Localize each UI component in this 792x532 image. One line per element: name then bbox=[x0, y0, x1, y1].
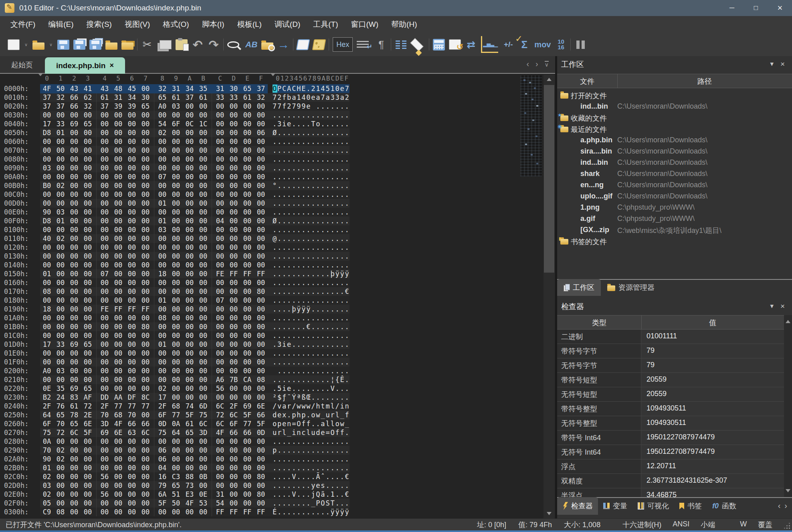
hex-byte[interactable]: 00 bbox=[183, 181, 196, 190]
workspace-file-path[interactable]: C:\Users\moran\Downloads\ bbox=[617, 158, 707, 167]
hex-byte[interactable]: 00 bbox=[196, 331, 210, 340]
hex-row[interactable]: 0200h:A0030000000000000000000000000000 .… bbox=[0, 366, 353, 375]
hex-byte[interactable]: 00 bbox=[183, 314, 196, 322]
tab-list-icon[interactable]: ∨ bbox=[545, 61, 549, 67]
hex-byte[interactable]: 00 bbox=[240, 481, 254, 490]
hex-byte[interactable]: 00 bbox=[67, 446, 81, 455]
ascii-cell[interactable]: ................ bbox=[273, 278, 350, 287]
hex-row[interactable]: 0020h:3737663237393965A00300000000000077… bbox=[0, 102, 353, 111]
hex-byte[interactable]: 00 bbox=[139, 384, 152, 393]
hex-byte[interactable]: 33 bbox=[213, 93, 227, 102]
hex-byte[interactable]: 61 bbox=[67, 402, 81, 411]
workspace-group-row[interactable]: 书签的文件 bbox=[557, 236, 792, 247]
ascii-cell[interactable]: .5ie........V... bbox=[273, 384, 350, 393]
hex-byte[interactable]: 61 bbox=[196, 93, 210, 102]
hex-byte[interactable]: 00 bbox=[240, 111, 254, 119]
inspector-value-cell[interactable]: 20559 bbox=[642, 387, 784, 401]
hex-byte[interactable]: 00 bbox=[213, 102, 227, 111]
hex-byte[interactable]: 32 bbox=[81, 102, 95, 111]
hex-byte[interactable]: 00 bbox=[98, 278, 111, 287]
hex-byte[interactable]: 00 bbox=[125, 384, 139, 393]
hex-row[interactable]: 0060h:00000000000000000000000000000000..… bbox=[0, 137, 353, 146]
hex-byte[interactable]: 00 bbox=[54, 225, 67, 234]
panel-tab-检查器[interactable]: 检查器 bbox=[557, 497, 598, 515]
hex-byte[interactable]: 00 bbox=[67, 331, 81, 340]
hex-byte[interactable]: 00 bbox=[240, 322, 254, 331]
hex-byte[interactable]: 00 bbox=[139, 340, 152, 349]
maximize-button[interactable]: □ bbox=[744, 0, 768, 16]
hex-byte[interactable]: 00 bbox=[54, 472, 67, 481]
hex-byte[interactable]: 00 bbox=[111, 278, 125, 287]
hex-byte[interactable]: 00 bbox=[156, 349, 169, 358]
hex-byte[interactable]: 00 bbox=[125, 375, 139, 384]
workspace-group-row[interactable]: 最近的文件 bbox=[557, 123, 792, 135]
hex-byte[interactable]: 08 bbox=[254, 375, 268, 384]
hex-byte[interactable]: 6E bbox=[81, 419, 95, 428]
menu-item-w[interactable]: 窗口(W) bbox=[351, 19, 379, 30]
hex-byte[interactable]: 00 bbox=[111, 340, 125, 349]
hex-byte[interactable]: 65 bbox=[81, 384, 95, 393]
hex-byte[interactable]: 56 bbox=[98, 490, 111, 499]
inspector-row[interactable]: 无符号字节79 bbox=[557, 358, 792, 373]
workspace-file-row[interactable]: uplo....gifC:\Users\moran\Downloads\ bbox=[557, 191, 792, 202]
ascii-cell[interactable]: @............... bbox=[273, 234, 350, 243]
hex-byte[interactable]: 00 bbox=[169, 190, 183, 199]
hex-byte[interactable]: 00 bbox=[139, 190, 152, 199]
hex-byte[interactable]: 00 bbox=[111, 322, 125, 331]
hex-byte[interactable]: 05 bbox=[40, 499, 54, 508]
hex-byte[interactable]: 00 bbox=[40, 199, 54, 208]
hex-byte[interactable]: 00 bbox=[169, 314, 183, 322]
hex-byte[interactable]: 64 bbox=[169, 428, 183, 437]
hex-byte[interactable]: 00 bbox=[81, 164, 95, 172]
hex-byte[interactable]: 00 bbox=[213, 314, 227, 322]
hex-byte[interactable]: 00 bbox=[227, 296, 240, 305]
hex-row[interactable]: 00B0h:B0020000000000000000000000000000°.… bbox=[0, 181, 353, 190]
hex-byte[interactable]: 00 bbox=[139, 314, 152, 322]
hex-row[interactable]: 02A0h:90020000000000000600000000000000..… bbox=[0, 455, 353, 463]
hex-byte[interactable]: 80 bbox=[254, 287, 268, 296]
hex-row[interactable]: 0120h:00000000000000000000000000000000..… bbox=[0, 243, 353, 252]
hex-byte[interactable]: 00 bbox=[169, 252, 183, 261]
ascii-cell[interactable]: ................ bbox=[273, 463, 350, 472]
inspector-value-cell[interactable]: 01001111 bbox=[642, 330, 784, 344]
hex-byte[interactable]: 00 bbox=[67, 472, 81, 481]
hex-byte[interactable]: 37 bbox=[54, 102, 67, 111]
hex-byte[interactable]: 00 bbox=[213, 190, 227, 199]
hex-byte[interactable]: 00 bbox=[213, 305, 227, 314]
hex-byte[interactable]: 00 bbox=[196, 269, 210, 278]
hex-byte[interactable]: 00 bbox=[169, 155, 183, 164]
hex-byte[interactable]: 00 bbox=[227, 331, 240, 340]
hex-byte[interactable]: 00 bbox=[254, 499, 268, 508]
hex-byte[interactable]: 74 bbox=[183, 402, 196, 411]
hex-byte[interactable]: 00 bbox=[227, 490, 240, 499]
hex-byte[interactable]: 17 bbox=[40, 119, 54, 128]
hex-byte[interactable]: 00 bbox=[98, 190, 111, 199]
hex-byte[interactable]: 00 bbox=[240, 128, 254, 137]
workspace-file-name[interactable]: shark bbox=[580, 170, 600, 178]
hex-byte[interactable]: 08 bbox=[40, 287, 54, 296]
hex-byte[interactable]: 66 bbox=[67, 102, 81, 111]
hex-byte[interactable]: 00 bbox=[139, 375, 152, 384]
workspace-group-row[interactable]: 收藏的文件 bbox=[557, 112, 792, 123]
hex-byte[interactable]: 5F bbox=[254, 419, 268, 428]
hex-row[interactable]: 0050h:D8010000000000000200000000000006Ø.… bbox=[0, 128, 353, 137]
hex-byte[interactable]: 4F bbox=[183, 499, 196, 508]
hex-byte[interactable]: 00 bbox=[227, 243, 240, 252]
hex-row[interactable]: 0160h:00000000000000000000000000000000..… bbox=[0, 278, 353, 287]
hex-byte[interactable]: 00 bbox=[54, 199, 67, 208]
hex-row[interactable]: 02C0h:020000005600000016C3880B00000080..… bbox=[0, 472, 353, 481]
hex-byte[interactable]: 00 bbox=[98, 446, 111, 455]
hex-byte[interactable]: 00 bbox=[183, 455, 196, 463]
hex-byte[interactable]: 00 bbox=[254, 155, 268, 164]
hex-byte[interactable]: 00 bbox=[67, 225, 81, 234]
hex-byte[interactable]: 00 bbox=[67, 287, 81, 296]
hex-byte[interactable]: 00 bbox=[196, 278, 210, 287]
folder-button[interactable] bbox=[105, 42, 117, 50]
hex-byte[interactable]: 00 bbox=[111, 463, 125, 472]
hex-byte[interactable]: 00 bbox=[54, 296, 67, 305]
hex-byte[interactable]: 00 bbox=[227, 225, 240, 234]
hex-byte[interactable]: 00 bbox=[98, 508, 111, 516]
hex-byte[interactable]: 32 bbox=[54, 93, 67, 102]
hex-byte[interactable]: 00 bbox=[40, 261, 54, 269]
hex-byte[interactable]: 00 bbox=[139, 84, 152, 93]
